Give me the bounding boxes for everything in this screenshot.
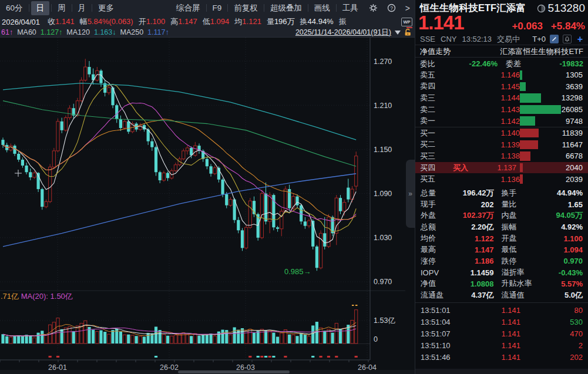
quote-field-振: 振 bbox=[339, 16, 347, 27]
stat-row: 外盘102.37万内盘94.05万 bbox=[415, 210, 588, 221]
stat-value: 94.05万 bbox=[546, 210, 583, 221]
period-tab-2[interactable]: 日 bbox=[31, 1, 50, 15]
tool-5[interactable]: 画线 bbox=[308, 2, 336, 15]
book-price: 1.143 bbox=[445, 105, 520, 114]
trade-row: 13:51:071.141470 bbox=[415, 328, 588, 340]
gear-icon[interactable] bbox=[364, 4, 382, 12]
ask-row-2[interactable]: 卖四1.1453639 bbox=[415, 81, 588, 93]
period-tab-1[interactable]: 60分 bbox=[0, 2, 29, 15]
book-volume-bar bbox=[520, 93, 541, 103]
stat-label: 换手 bbox=[502, 188, 546, 198]
stat-value: 1.1459 bbox=[457, 268, 494, 277]
trade-volume: 202 bbox=[520, 353, 583, 362]
book-volume: 11839 bbox=[562, 129, 583, 137]
period-tab-3[interactable]: 周 bbox=[52, 2, 72, 15]
stat-label: 涨停 bbox=[421, 256, 457, 267]
stat-row: IOPV1.1459溢折率-0.43% bbox=[415, 267, 588, 278]
time-and-sales: 13:51:011.1418013:51:041.14153013:51:071… bbox=[415, 305, 588, 363]
trade-volume: 80 bbox=[520, 306, 583, 315]
trade-time: 13:51:46 bbox=[421, 353, 472, 362]
order-book: 卖五1.1461305卖四1.1453639卖三1.14413298卖二1.14… bbox=[415, 69, 588, 185]
trade-time: 13:51:07 bbox=[421, 329, 472, 338]
chevron-right-icon[interactable]: > bbox=[401, 4, 415, 13]
book-price: 1.142 bbox=[445, 117, 520, 126]
stat-value: 5.57% bbox=[546, 279, 583, 288]
book-volume-bar bbox=[520, 151, 530, 161]
tool-2[interactable]: F9 bbox=[207, 2, 228, 14]
ask-row-1[interactable]: 卖五1.1461305 bbox=[415, 69, 588, 81]
book-price: 1.144 bbox=[445, 93, 520, 102]
book-level-label: 买五 bbox=[420, 174, 445, 184]
book-level-label: 买二 bbox=[420, 139, 445, 150]
quote-field-label: 换 bbox=[300, 17, 308, 26]
period-tab-5[interactable]: 更多 bbox=[92, 2, 120, 15]
edit-pencil-icon[interactable] bbox=[550, 35, 559, 43]
tool-3[interactable]: 前复权 bbox=[228, 2, 264, 15]
ma-legend-item: 1.117↑ bbox=[147, 28, 169, 36]
tool-4[interactable]: 超级叠加 bbox=[264, 2, 308, 15]
book-level-label: 卖三 bbox=[420, 93, 445, 103]
stat-label: 振幅 bbox=[502, 222, 546, 233]
ask-row-4[interactable]: 卖二1.14326085 bbox=[415, 104, 588, 116]
ask-row-3[interactable]: 卖三1.14413298 bbox=[415, 92, 588, 104]
book-level-label: 买一 bbox=[420, 128, 445, 139]
price-tick: 1.150 bbox=[374, 146, 392, 154]
stat-label: 流通盘 bbox=[421, 290, 457, 301]
chevron-down-icon[interactable] bbox=[395, 31, 401, 35]
book-price: 1.138 bbox=[445, 151, 520, 160]
add-to-watchlist-icon[interactable]: + bbox=[576, 35, 584, 43]
alert-bell-icon[interactable] bbox=[563, 35, 572, 43]
trading-status: 交易中 bbox=[497, 34, 520, 45]
stat-row: 总额2.20亿振幅4.92% bbox=[415, 221, 588, 233]
tool-6[interactable]: 工具 bbox=[337, 2, 364, 15]
trade-price: 1.141 bbox=[472, 329, 520, 338]
panel-expand-handle[interactable]: » bbox=[406, 160, 415, 228]
stat-value: 44.94% bbox=[546, 188, 583, 197]
stat-value: 1.186 bbox=[457, 257, 494, 265]
unlock-icon[interactable] bbox=[404, 28, 412, 36]
bid-row-2[interactable]: 买二1.13911647 bbox=[415, 139, 588, 151]
scrollbar-thumb[interactable] bbox=[178, 370, 290, 373]
stat-label: 流通值 bbox=[502, 290, 546, 301]
stat-label: 总量 bbox=[421, 188, 457, 198]
bid-row-1[interactable]: 买一1.14011839 bbox=[415, 127, 588, 139]
date-range-selector[interactable]: 2025/11/14-2026/04/01(91日) bbox=[295, 28, 391, 38]
trade-volume: 2 bbox=[520, 341, 583, 350]
quote-time: 13:52:13 bbox=[462, 35, 492, 43]
wp-monitor-icon[interactable]: WP bbox=[401, 18, 412, 26]
quote-field-label: 振 bbox=[339, 17, 347, 26]
quote-field-量: 量196万 bbox=[267, 16, 295, 27]
tab-nav-trend[interactable]: 净值走势 bbox=[420, 46, 451, 57]
trade-price: 1.141 bbox=[472, 318, 520, 326]
bid-row-5[interactable]: 买五1.1362039 bbox=[415, 173, 588, 185]
ma-legend-item: MA60 bbox=[17, 28, 36, 36]
ma-legend-item: 1.127↑ bbox=[41, 28, 63, 36]
trade-volume: 470 bbox=[520, 329, 583, 338]
book-level-label: 卖一 bbox=[420, 116, 445, 126]
book-volume: 2039 bbox=[566, 175, 583, 184]
weibi-value: -22.46% bbox=[435, 59, 498, 68]
candlestick-chart[interactable]: 1.2701.2101.1501.0901.0300.9701.53亿026-0… bbox=[0, 38, 405, 374]
bid-row-3[interactable]: 买三1.1386678 bbox=[415, 150, 588, 162]
trade-price: 1.141 bbox=[472, 341, 520, 350]
book-level-label: 买三 bbox=[420, 151, 445, 161]
book-volume: 13298 bbox=[562, 93, 583, 102]
weicha-value: -19832 bbox=[521, 59, 583, 68]
quote-field-value: 1.100 bbox=[146, 17, 166, 26]
period-tab-4[interactable]: 月 bbox=[72, 2, 92, 15]
quote-field-收: 收1.141 bbox=[48, 16, 75, 27]
tool-1[interactable]: 综合屏 bbox=[170, 2, 206, 15]
book-volume: 6678 bbox=[566, 151, 583, 160]
stat-label: 升贴水率 bbox=[502, 278, 546, 289]
book-volume: 11647 bbox=[562, 140, 583, 149]
ma-legend-bar: 61↑MA601.127↑MA1201.163↓MA2501.117↑ 2025… bbox=[0, 28, 415, 37]
bid-row-4[interactable]: 买四买入1.1372040 bbox=[415, 162, 588, 174]
book-volume: 1305 bbox=[566, 70, 583, 79]
help-icon[interactable]: ? bbox=[382, 4, 401, 12]
price-tick: 1.030 bbox=[374, 234, 392, 242]
stat-label: 外盘 bbox=[421, 210, 457, 221]
trade-mode: T+0 bbox=[532, 35, 546, 43]
volume-legend: .71亿 MA(20): 1.50亿 bbox=[1, 291, 73, 302]
ask-row-5[interactable]: 卖一1.1429748 bbox=[415, 115, 588, 127]
stat-value: 202 bbox=[457, 200, 494, 209]
